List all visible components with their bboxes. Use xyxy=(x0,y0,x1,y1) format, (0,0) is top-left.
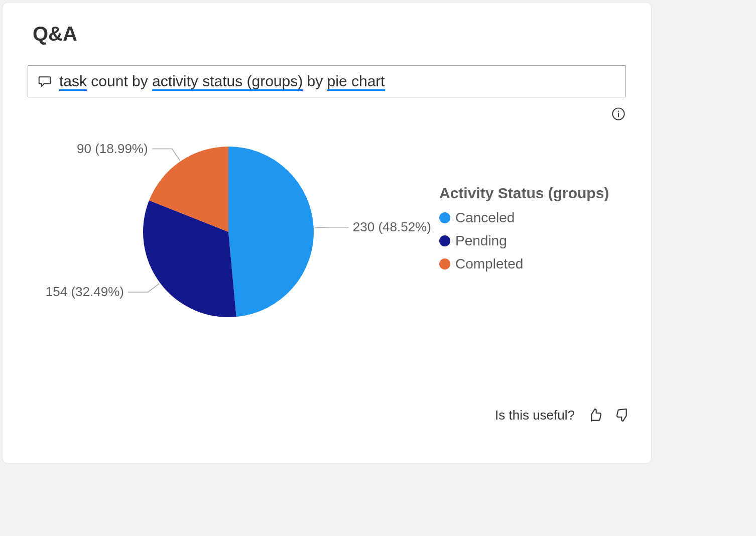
pie-data-label: 230 (48.52%) xyxy=(353,219,431,235)
qa-token: activity status (groups) xyxy=(152,73,303,91)
legend-swatch xyxy=(439,212,450,223)
comment-icon xyxy=(37,74,52,89)
qa-input[interactable]: task count by activity status (groups) b… xyxy=(28,65,626,97)
feedback-bar: Is this useful? xyxy=(495,407,631,423)
svg-point-1 xyxy=(618,111,619,112)
qa-token: count by xyxy=(87,73,152,89)
legend: Activity Status (groups) CanceledPending… xyxy=(439,185,609,279)
legend-swatch xyxy=(439,258,450,270)
qa-token: task xyxy=(59,73,87,91)
pie-data-label: 154 (32.49%) xyxy=(46,284,124,300)
legend-label: Completed xyxy=(455,256,523,272)
legend-item[interactable]: Pending xyxy=(439,233,609,249)
legend-item[interactable]: Completed xyxy=(439,256,609,272)
pie-slice[interactable] xyxy=(228,147,314,317)
chart-area: 230 (48.52%)154 (32.49%)90 (18.99%) Acti… xyxy=(28,131,626,332)
legend-swatch xyxy=(439,235,450,246)
thumbs-up-icon[interactable] xyxy=(587,407,603,423)
info-icon[interactable] xyxy=(611,106,626,121)
qa-query-text: task count by activity status (groups) b… xyxy=(59,71,385,92)
legend-title: Activity Status (groups) xyxy=(439,185,609,202)
feedback-prompt: Is this useful? xyxy=(495,408,575,423)
qa-token: by xyxy=(303,73,327,89)
qa-card: Q&A task count by activity status (group… xyxy=(2,2,652,464)
qa-token: pie chart xyxy=(327,73,385,91)
legend-label: Canceled xyxy=(455,210,515,226)
legend-label: Pending xyxy=(455,233,507,249)
pie-data-label: 90 (18.99%) xyxy=(77,141,148,157)
legend-item[interactable]: Canceled xyxy=(439,210,609,226)
page-title: Q&A xyxy=(33,23,626,45)
pie-chart[interactable] xyxy=(28,131,409,332)
thumbs-down-icon[interactable] xyxy=(615,407,631,423)
pie-chart-container: 230 (48.52%)154 (32.49%)90 (18.99%) xyxy=(28,131,409,332)
